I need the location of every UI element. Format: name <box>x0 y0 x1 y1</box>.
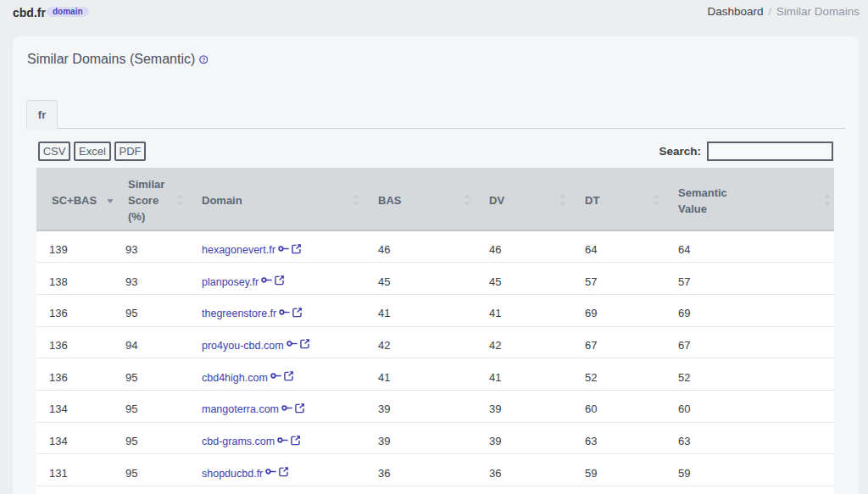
svg-text:?: ? <box>202 56 205 62</box>
